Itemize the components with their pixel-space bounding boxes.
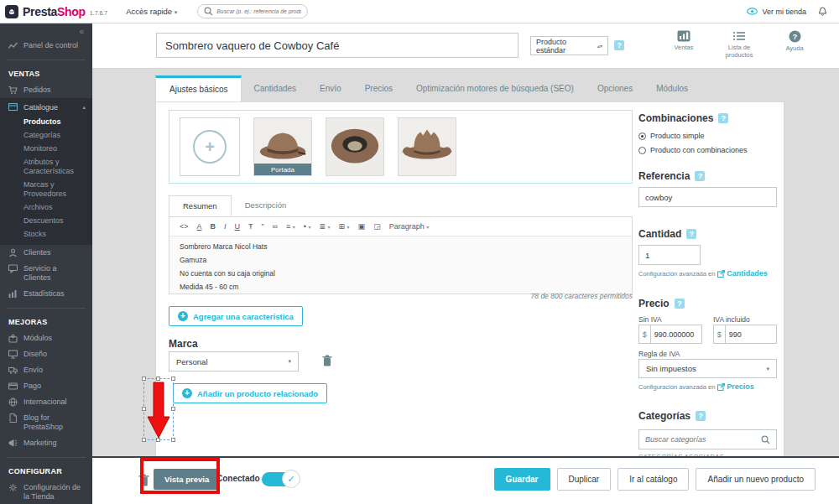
caret-down-icon: ▾	[288, 358, 291, 365]
sidebar-item-estadisticas[interactable]: Estadísticas	[0, 286, 92, 302]
global-search[interactable]	[197, 4, 308, 18]
product-photo-front[interactable]	[398, 117, 456, 176]
currency-symbol: $	[639, 325, 651, 343]
radio-producto-combinaciones[interactable]: Producto con combinaciones	[638, 146, 748, 154]
cantidades-link[interactable]: Cantidades	[717, 269, 768, 278]
header-ayuda-button[interactable]: ? Ayuda	[774, 30, 816, 59]
product-photo-underside[interactable]	[326, 117, 384, 176]
cantidad-input[interactable]	[638, 245, 701, 265]
search-input[interactable]	[216, 8, 301, 14]
header-lista-productos-button[interactable]: Lista de productos	[718, 30, 760, 59]
precios-link[interactable]: Precios	[717, 382, 754, 391]
sidebar-item-atributos[interactable]: Atributos y Características	[0, 155, 92, 178]
editor-text-color-button[interactable]: A	[194, 221, 206, 232]
delete-brand-trash-icon[interactable]	[322, 355, 332, 366]
quick-access-menu[interactable]: Accès rapide ▾	[126, 7, 177, 16]
product-name-input[interactable]	[156, 33, 519, 58]
editor-table-button[interactable]: ⊞ ▾	[336, 221, 353, 232]
tab-descripcion[interactable]: Descripción	[232, 195, 300, 216]
precio-help-icon[interactable]: ?	[675, 299, 685, 309]
sidebar-item-dashboard[interactable]: Panel de control	[0, 38, 92, 54]
combinaciones-heading: Combinaciones ?	[638, 112, 728, 124]
tab-seo[interactable]: Optimización motores de búsqueda (SEO)	[404, 75, 586, 101]
view-shop-link[interactable]: Ver mi tienda	[747, 8, 806, 16]
sidebar-item-catalogue[interactable]: Catalogue ▴	[0, 98, 92, 115]
sidebar-item-descuentos[interactable]: Descuentos	[0, 214, 92, 227]
radio-producto-simple[interactable]: Producto simple	[638, 132, 705, 140]
category-search-input[interactable]	[645, 435, 761, 444]
precio-heading: Precio ?	[638, 298, 685, 309]
combinaciones-help-icon[interactable]: ?	[718, 113, 728, 123]
tab-cantidades[interactable]: Cantidades	[242, 75, 308, 101]
tab-envio[interactable]: Envío	[308, 75, 353, 101]
sidebar-item-clientes[interactable]: Clientes	[0, 245, 92, 261]
price-con-iva-input[interactable]	[726, 325, 776, 343]
image-upload-button[interactable]: +	[180, 117, 240, 176]
brand-select[interactable]: Personal ▾	[169, 351, 299, 372]
sidebar-collapse-button[interactable]: «	[0, 23, 92, 38]
notifications-bell-icon[interactable]	[818, 7, 827, 17]
guardar-button[interactable]: Guardar	[494, 468, 550, 491]
editor-bullet-list-button[interactable]: • ▾	[300, 221, 315, 232]
sidebar-item-archivos[interactable]: Archivos	[0, 200, 92, 214]
vista-previa-button[interactable]: Vista previa	[154, 469, 220, 490]
price-con-iva-group: $	[713, 325, 777, 344]
ir-al-catalogo-button[interactable]: Ir al catálogo	[618, 468, 689, 491]
editor-bold-button[interactable]: B	[207, 221, 220, 232]
price-sin-iva-input[interactable]	[651, 325, 701, 343]
sidebar-item-stocks[interactable]: Stocks	[0, 227, 92, 241]
currency-symbol: $	[714, 325, 726, 343]
sidebar-item-monitoreo[interactable]: Monitoreo	[0, 142, 92, 155]
delete-product-trash-icon[interactable]	[138, 474, 149, 486]
duplicar-button[interactable]: Duplicar	[557, 468, 612, 491]
product-type-help-icon[interactable]: ?	[614, 40, 624, 50]
editor-image-button[interactable]: ▣	[355, 221, 369, 232]
categorias-help-icon[interactable]: ?	[696, 411, 706, 421]
tab-modulos[interactable]: Módulos	[644, 75, 700, 101]
sidebar-item-categorias[interactable]: Categorías	[0, 128, 92, 142]
sidebar-catalogue-block: Catalogue ▴ Productos Categorías Monitor…	[0, 98, 92, 245]
editor-blockquote-button[interactable]: ”	[258, 221, 268, 232]
sidebar-item-pago[interactable]: Pago	[0, 378, 92, 394]
sidebar-item-configuracion-tienda[interactable]: Configuración de la Tienda	[0, 480, 92, 504]
sidebar-item-servicio[interactable]: Servicio a Clientes	[0, 261, 92, 286]
product-form-card: + Portada Resumen Descripción <> A B I U…	[155, 102, 784, 457]
sidebar-item-marcas[interactable]: Marcas y Proveedores	[0, 178, 92, 200]
tab-precios[interactable]: Precios	[353, 75, 404, 101]
cantidad-help-icon[interactable]: ?	[686, 229, 696, 239]
product-type-select[interactable]: Producto estándar ▴▾	[530, 36, 608, 55]
sidebar-item-internacional[interactable]: Internacional	[0, 394, 92, 410]
header-ventas-button[interactable]: Ventas	[663, 30, 705, 59]
sidebar-item-blog[interactable]: Blog for PrestaShop	[0, 410, 92, 435]
editor-underline-button[interactable]: U	[232, 221, 244, 232]
online-toggle[interactable]: ✓	[262, 472, 294, 486]
cart-icon	[8, 86, 18, 95]
tab-ajustes-basicos[interactable]: Ajustes básicos	[155, 75, 242, 101]
sidebar-item-pedidos[interactable]: Pedidos	[0, 82, 92, 98]
sidebar-item-marketing[interactable]: Marketing	[0, 435, 92, 451]
tab-resumen[interactable]: Resumen	[169, 195, 232, 216]
tab-opciones[interactable]: Opciones	[586, 75, 644, 101]
editor-strikethrough-button[interactable]: Ŧ	[245, 221, 257, 232]
editor-numbered-list-button[interactable]: ≣ ▾	[315, 221, 333, 232]
add-feature-button[interactable]: + Agregar una característica	[169, 306, 303, 326]
referencia-input[interactable]	[638, 187, 777, 207]
add-related-product-button[interactable]: + Añadir un producto relacionado	[173, 383, 327, 403]
sidebar-item-productos[interactable]: Productos	[0, 115, 92, 128]
tax-rule-select[interactable]: Sin impuestos ▾	[638, 359, 777, 378]
summary-textarea[interactable]: Sombrero Marca Nicol Hats Gamuza No cuen…	[169, 236, 632, 294]
editor-code-button[interactable]: <>	[176, 221, 192, 232]
rich-text-editor: <> A B I U Ŧ ” ∞ ≡ ▾ • ▾ ≣ ▾ ⊞ ▾ ▣ ◲ Par…	[169, 216, 633, 294]
sidebar-item-envio[interactable]: Envío	[0, 362, 92, 378]
editor-media-button[interactable]: ◲	[370, 221, 384, 232]
product-header: Producto estándar ▴▾ ? Ventas Lista de p…	[92, 23, 839, 69]
product-photo-side[interactable]: Portada	[253, 117, 312, 176]
anadir-nuevo-producto-button[interactable]: Añadir un nuevo producto	[696, 468, 816, 491]
sidebar-item-modulos[interactable]: Módulos	[0, 330, 92, 346]
editor-link-button[interactable]: ∞	[269, 221, 281, 232]
sidebar-item-diseno[interactable]: Diseño	[0, 346, 92, 362]
editor-italic-button[interactable]: I	[221, 221, 230, 232]
editor-paragraph-select[interactable]: Paragraph ▾	[386, 221, 433, 232]
editor-align-button[interactable]: ≡ ▾	[283, 221, 299, 232]
referencia-help-icon[interactable]: ?	[695, 171, 705, 181]
